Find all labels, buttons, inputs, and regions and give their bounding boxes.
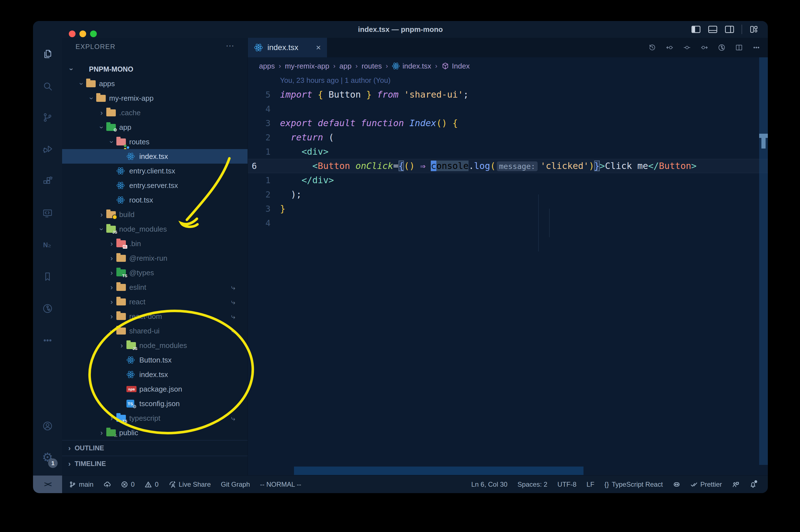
horizontal-scrollbar[interactable] (294, 467, 584, 475)
close-tab-icon[interactable]: × (316, 43, 321, 52)
folder-nm-icon: JS (127, 342, 139, 349)
code-line[interactable]: 3export default function Index() { (248, 116, 768, 130)
toggle-sidebar-icon[interactable] (691, 25, 701, 33)
tree-item-pnpm-mono[interactable]: ›PNPM-MONO (62, 62, 248, 76)
window-title: index.tsx — pnpm-mono (33, 21, 768, 38)
code-line[interactable]: 2 ); (248, 187, 768, 202)
tree-item-react[interactable]: ›react⤷ (62, 294, 248, 309)
status-git-graph[interactable]: Git Graph (221, 480, 250, 488)
more-views-icon[interactable] (33, 327, 62, 354)
chevron-right-icon: › (68, 459, 71, 468)
run-and-debug-icon[interactable] (33, 136, 62, 163)
search-icon[interactable] (33, 73, 62, 99)
status-live-share[interactable]: Live Share (169, 480, 211, 488)
tree-item-node-modules[interactable]: ›JSnode_modules (62, 338, 248, 353)
status-notifications[interactable] (749, 481, 757, 488)
tree-item-typescript[interactable]: ›TStypescript⤷ (62, 411, 248, 425)
code-line[interactable]: 1 <div> (248, 145, 768, 159)
status-encoding[interactable]: UTF-8 (557, 480, 576, 488)
status-indentation[interactable]: Spaces: 2 (517, 480, 547, 488)
tree-item-button-tsx[interactable]: Button.tsx (62, 353, 248, 367)
extensions-icon[interactable] (33, 168, 62, 195)
code-editor[interactable]: You, 23 hours ago | 1 author (You) 5impo… (248, 73, 768, 230)
split-editor-icon[interactable] (735, 43, 743, 52)
section-timeline[interactable]: ›TIMELINE (62, 456, 248, 471)
breadcrumb-item-my-remix-app[interactable]: my-remix-app (285, 62, 329, 71)
breadcrumb-item-index[interactable]: Index (441, 62, 470, 71)
tree-item-apps[interactable]: ›apps (62, 76, 248, 91)
breadcrumb-separator: › (386, 62, 388, 70)
next-change-icon[interactable] (700, 43, 708, 52)
nx-console-icon[interactable]: N≥ (33, 232, 62, 259)
tree-item-app[interactable]: ›⚙app (62, 120, 248, 135)
status-copilot[interactable] (673, 481, 680, 488)
explorer-sidebar: EXPLORER ··· ›PNPM-MONO›apps›my-remix-ap… (62, 38, 248, 475)
tree-item-shared-ui[interactable]: ›shared-ui⤷ (62, 324, 248, 338)
tree-item-root-tsx[interactable]: root.tsx (62, 193, 248, 207)
status-eol[interactable]: LF (587, 480, 594, 488)
code-line[interactable]: 4 (248, 216, 768, 230)
status-language-mode[interactable]: {}TypeScript React (605, 480, 663, 488)
accounts-icon[interactable] (33, 413, 62, 439)
tree-item-eslint[interactable]: ›eslint⤷ (62, 280, 248, 294)
breadcrumb-item-app[interactable]: app (339, 62, 351, 71)
settings-icon[interactable]: ⚙1 (33, 444, 62, 471)
changes-icon[interactable] (683, 43, 691, 52)
tree-item-react-dom[interactable]: ›react-dom⤷ (62, 309, 248, 324)
status-feedback[interactable] (732, 481, 739, 488)
code-line[interactable]: 2 return ( (248, 130, 768, 145)
remote-explorer-icon[interactable] (33, 200, 62, 227)
status-warnings[interactable]: 0 (145, 480, 158, 488)
tree-item--remix-run[interactable]: ›@remix-run (62, 251, 248, 265)
tree-item-package-json[interactable]: npmpackage.json (62, 382, 248, 396)
code-text: <div> (280, 145, 768, 159)
source-control-icon[interactable] (33, 104, 62, 131)
vertical-scrollbar[interactable] (759, 57, 768, 465)
tree-item--bin[interactable]: ›01.bin (62, 236, 248, 251)
code-line[interactable]: 1 </div> (248, 173, 768, 187)
status-errors[interactable]: 0 (121, 480, 135, 488)
status-sync[interactable] (103, 481, 111, 488)
history-icon[interactable] (648, 43, 656, 52)
tree-item-index-tsx[interactable]: index.tsx (62, 149, 248, 164)
status-cursor-position[interactable]: Ln 6, Col 30 (471, 480, 508, 488)
tree-item-label: Button.tsx (139, 356, 172, 364)
status-vim-mode[interactable]: -- NORMAL -- (260, 480, 301, 488)
previous-change-icon[interactable] (665, 43, 674, 52)
tree-item-entry-client-tsx[interactable]: entry.client.tsx (62, 164, 248, 178)
breadcrumb-item-routes[interactable]: routes (362, 62, 382, 71)
code-line[interactable]: 4 (248, 102, 768, 116)
status-git-branch[interactable]: main (69, 480, 93, 488)
tree-item--cache[interactable]: ›.cache (62, 106, 248, 120)
activity-bar: N≥⚙1 (33, 38, 62, 475)
svg-text:N: N (43, 241, 48, 249)
gitlens-icon[interactable] (33, 295, 62, 322)
toggle-secondary-sidebar-icon[interactable] (725, 25, 734, 33)
explorer-icon[interactable] (33, 41, 62, 68)
code-line[interactable]: 5import { Button } from 'shared-ui'; (248, 88, 768, 102)
gitlens-icon[interactable] (718, 43, 726, 52)
tree-item-entry-server-tsx[interactable]: entry.server.tsx (62, 178, 248, 193)
tree-item-build[interactable]: ›build (62, 207, 248, 222)
tree-item--types[interactable]: ›TS@types (62, 265, 248, 280)
tree-item-public[interactable]: ›∴public (62, 425, 248, 440)
toggle-panel-icon[interactable] (708, 25, 718, 33)
tree-item-node-modules[interactable]: ›JSnode_modules (62, 222, 248, 236)
section-outline[interactable]: ›OUTLINE (62, 440, 248, 456)
code-line-current[interactable]: 6 <Button onClick={() ⇒ console.log(mess… (248, 159, 768, 173)
tree-item-index-tsx[interactable]: index.tsx (62, 367, 248, 382)
code-line[interactable]: 3} (248, 202, 768, 216)
tree-item-routes[interactable]: ›routes (62, 135, 248, 149)
folder-tan-icon (116, 299, 129, 305)
sidebar-more-actions-icon[interactable]: ··· (226, 41, 234, 50)
status-formatter-prettier[interactable]: Prettier (690, 480, 722, 488)
remote-indicator[interactable]: >< (33, 475, 62, 493)
more-actions-icon[interactable] (752, 43, 761, 52)
tree-item-tsconfig-json[interactable]: TS⚙tsconfig.json (62, 396, 248, 411)
breadcrumb-item-apps[interactable]: apps (259, 62, 275, 71)
tree-item-my-remix-app[interactable]: ›my-remix-app (62, 91, 248, 106)
tab-index-tsx[interactable]: index.tsx × (248, 38, 327, 57)
customize-layout-icon[interactable] (749, 25, 758, 33)
bookmarks-icon[interactable] (33, 263, 62, 290)
breadcrumb-item-index-tsx[interactable]: index.tsx (392, 62, 431, 71)
